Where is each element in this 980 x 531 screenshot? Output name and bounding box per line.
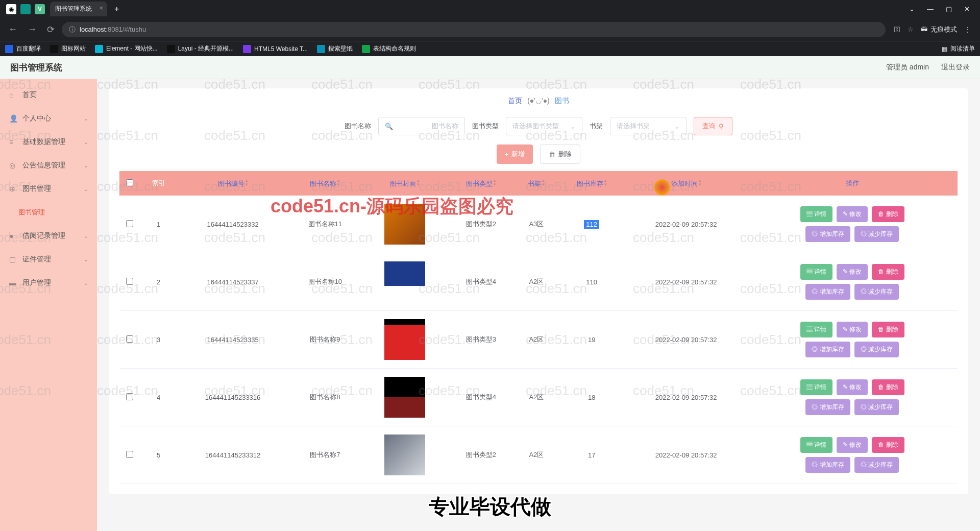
cell-shelf: A2区 <box>514 426 558 484</box>
cell-cover <box>362 311 448 369</box>
row-delete-button[interactable]: 🗑 删除 <box>872 206 904 222</box>
browser-tab[interactable]: 图书管理系统 × <box>50 2 107 16</box>
increase-stock-button[interactable]: ◎ 增加库存 <box>805 284 850 300</box>
search-shelf-select[interactable]: 请选择书架⌄ <box>610 117 687 135</box>
logout-link[interactable]: 退出登录 <box>941 63 970 72</box>
decrease-stock-button[interactable]: ◎ 减少库存 <box>854 399 899 415</box>
row-delete-button[interactable]: 🗑 删除 <box>872 264 904 280</box>
increase-stock-button[interactable]: ◎ 增加库存 <box>805 226 850 242</box>
filter-name-label: 图书名称 <box>345 122 371 131</box>
cell-ops: ▤ 详情 ✎ 修改 🗑 删除 ◎ 增加库存 ◎ 减少库存 <box>747 253 958 311</box>
select-all-checkbox[interactable] <box>126 179 133 186</box>
decrease-stock-button[interactable]: ◎ 减少库存 <box>854 342 899 357</box>
cell-time: 2022-02-09 20:57:32 <box>625 369 747 426</box>
row-checkbox[interactable] <box>126 393 133 400</box>
bookmark-item[interactable]: Element - 网站快... <box>95 44 158 53</box>
sidebar-item-cert[interactable]: ▢证件管理⌄ <box>0 248 97 271</box>
decrease-stock-button[interactable]: ◎ 减少库存 <box>854 284 899 300</box>
cell-code: 16444114523337 <box>177 253 288 311</box>
col-cover[interactable]: 图书封面▴▾ <box>362 171 448 196</box>
book-cover-image[interactable] <box>384 204 425 245</box>
bookmark-item[interactable]: Layui - 经典开源模... <box>167 44 234 53</box>
add-button[interactable]: +新增 <box>497 144 533 164</box>
sidebar-item-profile[interactable]: 👤个人中心⌄ <box>0 107 97 130</box>
user-label[interactable]: 管理员 admin <box>886 63 929 72</box>
bookmark-item[interactable]: 图标网站 <box>50 44 86 53</box>
sidebar-subitem-books[interactable]: 图书管理 <box>0 201 97 224</box>
row-checkbox[interactable] <box>126 220 133 227</box>
forward-icon[interactable]: → <box>24 22 40 37</box>
increase-stock-button[interactable]: ◎ 增加库存 <box>805 399 850 415</box>
detail-button[interactable]: ▤ 详情 <box>800 206 832 222</box>
close-window-icon[interactable]: ✕ <box>964 5 970 13</box>
cell-type: 图书类型2 <box>448 426 514 484</box>
row-checkbox[interactable] <box>126 451 133 458</box>
menu-icon[interactable]: ⋮ <box>964 26 971 33</box>
col-stock[interactable]: 图书库存▴▾ <box>558 171 625 196</box>
edit-button[interactable]: ✎ 修改 <box>837 437 868 453</box>
bookmark-item[interactable]: 百度翻译 <box>5 44 41 53</box>
detail-button[interactable]: ▤ 详情 <box>800 437 832 453</box>
bookmark-item[interactable]: 表结构命名规则 <box>362 44 416 53</box>
sidebar-item-users[interactable]: ▬用户管理⌄ <box>0 271 97 295</box>
chevron-down-icon: ⌄ <box>84 139 88 145</box>
edit-button[interactable]: ✎ 修改 <box>837 379 868 395</box>
key-icon[interactable]: ⚿ <box>894 26 900 33</box>
col-type[interactable]: 图书类型▴▾ <box>448 171 514 196</box>
cell-stock: 19 <box>558 311 625 369</box>
decrease-stock-button[interactable]: ◎ 减少库存 <box>854 226 899 242</box>
reload-icon[interactable]: ⟳ <box>44 22 58 37</box>
breadcrumb-home[interactable]: 首页 <box>508 96 522 105</box>
detail-button[interactable]: ▤ 详情 <box>800 379 832 395</box>
search-name-input[interactable]: 🔍 图书名称 <box>378 117 465 135</box>
col-time[interactable]: 添加时间▴▾ <box>625 171 747 196</box>
star-icon[interactable]: ☆ <box>908 26 914 33</box>
cert-icon: ▢ <box>9 255 17 263</box>
sidebar-item-basedata[interactable]: ≡基础数据管理⌄ <box>0 130 97 154</box>
col-shelf[interactable]: 书架▴▾ <box>514 171 558 196</box>
cell-stock: 17 <box>558 426 625 484</box>
search-type-select[interactable]: 请选择图书类型⌄ <box>506 117 582 135</box>
address-bar[interactable]: ⓘ localhost:8081/#/tushu <box>62 22 886 37</box>
minimize-icon[interactable]: — <box>927 5 934 13</box>
book-cover-image[interactable] <box>384 435 425 475</box>
col-name[interactable]: 图书名称▴▾ <box>288 171 362 196</box>
sidebar-item-home[interactable]: ⌂首页 <box>0 83 97 107</box>
book-cover-image[interactable] <box>384 377 425 418</box>
delete-button[interactable]: 🗑删除 <box>540 144 580 164</box>
row-delete-button[interactable]: 🗑 删除 <box>872 379 904 395</box>
row-checkbox[interactable] <box>126 335 133 343</box>
bookmark-item[interactable]: HTML5 Website T... <box>243 45 308 53</box>
detail-button[interactable]: ▤ 详情 <box>800 264 832 280</box>
maximize-icon[interactable]: ▢ <box>946 5 952 13</box>
cell-ops: ▤ 详情 ✎ 修改 🗑 删除 ◎ 增加库存 ◎ 减少库存 <box>747 311 958 369</box>
increase-stock-button[interactable]: ◎ 增加库存 <box>805 457 850 473</box>
col-code[interactable]: 图书编号▴▾ <box>177 171 288 196</box>
reading-list[interactable]: ▦阅读清单 <box>942 44 975 53</box>
new-tab-button[interactable]: + <box>114 5 119 14</box>
book-cover-image[interactable] <box>384 319 425 360</box>
sidebar-item-books[interactable]: ⊕图书管理⌄ <box>0 177 97 201</box>
search-button[interactable]: 查询⚲ <box>694 117 732 135</box>
book-cover-image[interactable] <box>384 261 425 302</box>
row-delete-button[interactable]: 🗑 删除 <box>872 322 904 337</box>
back-icon[interactable]: ← <box>5 22 20 37</box>
cell-code: 164441145233312 <box>177 426 288 484</box>
close-icon[interactable]: × <box>100 5 103 12</box>
dropdown-icon[interactable]: ⌄ <box>909 5 915 13</box>
edit-button[interactable]: ✎ 修改 <box>837 322 868 337</box>
detail-button[interactable]: ▤ 详情 <box>800 322 832 337</box>
sidebar-item-notice[interactable]: ◎公告信息管理⌄ <box>0 154 97 177</box>
row-delete-button[interactable]: 🗑 删除 <box>872 437 904 453</box>
sort-icon: ▴▾ <box>604 178 607 186</box>
cell-ops: ▤ 详情 ✎ 修改 🗑 删除 ◎ 增加库存 ◎ 减少库存 <box>747 426 958 484</box>
edit-button[interactable]: ✎ 修改 <box>837 206 868 222</box>
bookmark-item[interactable]: 搜索壁纸 <box>317 44 353 53</box>
sidebar-item-borrow[interactable]: ●借阅记录管理⌄ <box>0 224 97 248</box>
decrease-stock-button[interactable]: ◎ 减少库存 <box>854 457 899 473</box>
increase-stock-button[interactable]: ◎ 增加库存 <box>805 342 850 357</box>
row-checkbox[interactable] <box>126 278 133 285</box>
list-icon: ▦ <box>942 45 947 53</box>
edit-button[interactable]: ✎ 修改 <box>837 264 868 280</box>
cell-time: 2022-02-09 20:57:32 <box>625 311 747 369</box>
